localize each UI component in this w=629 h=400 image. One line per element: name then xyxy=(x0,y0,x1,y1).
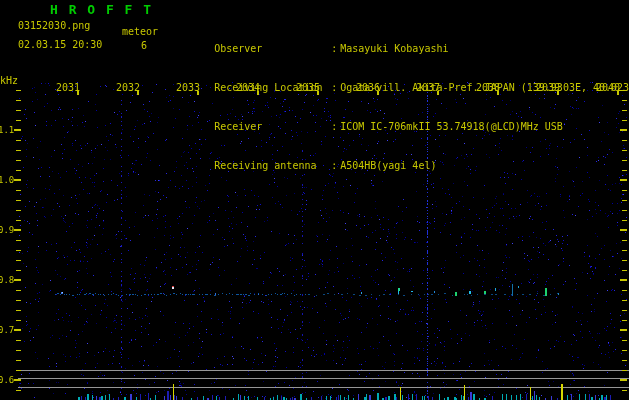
info-value: Masayuki Kobayashi xyxy=(340,43,448,54)
output-filename: 03152030.png xyxy=(18,20,90,31)
info-separator: : xyxy=(331,42,340,55)
hrofft-screen: H R O F F T 03152030.png meteor 02.03.15… xyxy=(0,0,629,400)
time-tick-label: 2034 xyxy=(216,82,260,94)
observation-datetime: 02.03.15 20:30 xyxy=(18,39,102,50)
time-tick-label: 2035 xyxy=(276,82,320,94)
freq-tick-label: 1.0 xyxy=(0,174,14,186)
info-row-observer: Observer:Masayuki Kobayashi xyxy=(178,29,628,42)
info-value: ICOM IC-706mkII 53.74918(@LCD)MHz USB xyxy=(340,121,563,132)
time-tick-label: 2039 xyxy=(516,82,560,94)
time-tick-label: 2033 xyxy=(156,82,200,94)
freq-tick-label: 0.6 xyxy=(0,374,14,386)
info-separator: : xyxy=(331,159,340,172)
time-tick-label: 2036 xyxy=(336,82,380,94)
time-tick-label: 2031 xyxy=(36,82,80,94)
freq-axis-unit: kHz xyxy=(0,75,18,86)
info-row-location: Receiving Location:Ogata-vill. Akita-Pre… xyxy=(178,68,628,81)
info-label: Observer xyxy=(214,42,331,55)
info-value: A504HB(yagi 4el) xyxy=(340,160,436,171)
time-tick-label: 2038 xyxy=(456,82,500,94)
info-label: Receiving antenna xyxy=(214,159,331,172)
station-info: Observer:Masayuki Kobayashi Receiving Lo… xyxy=(178,3,628,185)
echo-count: 6 xyxy=(141,40,147,51)
freq-tick-label: 0.7 xyxy=(0,324,14,336)
app-title: H R O F F T xyxy=(50,2,153,17)
time-tick-label: 2040 xyxy=(576,82,620,94)
info-row-receiver: Receiver:ICOM IC-706mkII 53.74918(@LCD)M… xyxy=(178,107,628,120)
info-row-antenna: Receiving antenna:A504HB(yagi 4el) xyxy=(178,146,628,159)
info-separator: : xyxy=(331,120,340,133)
freq-tick-label: 1.1 xyxy=(0,124,14,136)
time-tick-label: 2032 xyxy=(96,82,140,94)
time-tick-label: 2037 xyxy=(396,82,440,94)
info-label: Receiver xyxy=(214,120,331,133)
freq-tick-label: 0.9 xyxy=(0,224,14,236)
observation-mode: meteor xyxy=(122,26,158,37)
freq-tick-label: 0.8 xyxy=(0,274,14,286)
